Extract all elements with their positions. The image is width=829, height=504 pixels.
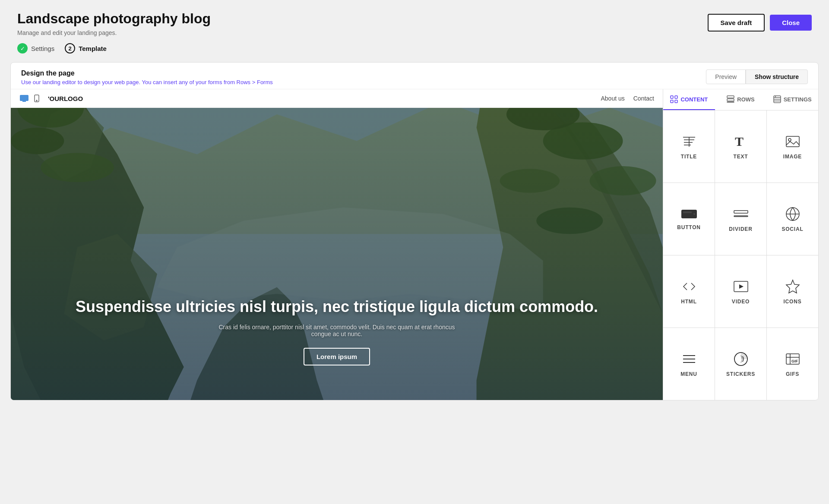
hero-heading: Suspendisse ultricies nisl turpis, nec t… <box>28 297 645 317</box>
svg-rect-26 <box>675 96 677 98</box>
title-item-label: TITLE <box>681 154 697 160</box>
panel-tab-content-label: CONTENT <box>680 96 708 103</box>
svg-rect-43 <box>786 136 799 147</box>
nav-link-about[interactable]: About us <box>601 95 624 102</box>
hero-subtext: Cras id felis ornare, porttitor nisl sit… <box>212 324 462 337</box>
html-icon <box>681 279 697 294</box>
rows-tab-icon <box>727 95 734 103</box>
svg-rect-27 <box>671 100 673 103</box>
page-navbar: 'OURLOGO About us Contact <box>11 89 663 108</box>
step-num-icon: 2 <box>65 43 75 54</box>
stickers-item-label: STICKERS <box>726 371 755 377</box>
gifs-item-label: GIFS <box>786 371 799 377</box>
social-icon <box>785 206 801 222</box>
logo-text: 'OURLOGO <box>48 95 83 102</box>
content-item-image[interactable]: IMAGE <box>767 110 818 183</box>
svg-rect-48 <box>734 211 748 213</box>
panel-tabs: CONTENT ROWS <box>663 89 818 110</box>
video-icon <box>733 279 749 294</box>
content-item-video[interactable]: VIDEO <box>715 255 766 328</box>
stickers-icon <box>733 351 749 367</box>
hero-content: Suspendisse ultricies nisl turpis, nec t… <box>11 297 663 366</box>
html-item-label: HTML <box>681 299 697 305</box>
svg-rect-0 <box>20 95 28 101</box>
button-item-label: BUTTON <box>677 224 701 230</box>
save-draft-button[interactable]: Save draft <box>708 14 765 32</box>
tab-preview[interactable]: Preview <box>706 69 746 84</box>
svg-point-47 <box>693 213 695 215</box>
menu-item-label: MENU <box>680 371 697 377</box>
monitor-icon <box>19 94 29 102</box>
right-panel: CONTENT ROWS <box>663 89 818 400</box>
content-item-text[interactable]: T TEXT <box>715 110 766 183</box>
hero-cta-button[interactable]: Lorem ipsum <box>304 348 370 365</box>
content-item-gifs[interactable]: GIF GIFS <box>767 328 818 400</box>
content-item-title[interactable]: TITLE <box>663 110 715 183</box>
editor-title: Design the page <box>21 69 273 77</box>
svg-rect-29 <box>727 96 734 98</box>
svg-marker-54 <box>786 280 799 293</box>
panel-tab-content[interactable]: CONTENT <box>663 89 715 110</box>
editor-header-left: Design the page Use our landing editor t… <box>21 69 273 85</box>
header-actions: Save draft Close <box>708 14 812 32</box>
text-item-label: TEXT <box>734 154 748 160</box>
editor-tabs: Preview Show structure <box>706 69 808 84</box>
svg-point-44 <box>788 139 791 141</box>
title-icon <box>681 134 697 149</box>
navbar-left: 'OURLOGO <box>19 94 83 102</box>
content-item-divider[interactable]: DIVIDER <box>715 183 766 255</box>
svg-rect-49 <box>734 216 748 217</box>
settings-tab-icon <box>773 95 781 103</box>
content-item-menu[interactable]: MENU <box>663 328 715 400</box>
svg-rect-31 <box>727 102 734 102</box>
content-item-button[interactable]: BUTTON <box>663 183 715 255</box>
svg-text:T: T <box>735 134 744 148</box>
step-check-icon: ✓ <box>17 43 28 54</box>
svg-marker-53 <box>739 284 744 289</box>
page-title: Landscape photography blog <box>17 10 211 27</box>
content-item-html[interactable]: HTML <box>663 255 715 328</box>
svg-rect-30 <box>727 99 734 101</box>
divider-item-label: DIVIDER <box>729 226 752 232</box>
content-items-grid: TITLE T TEXT <box>663 110 818 400</box>
step-template[interactable]: 2 Template <box>65 43 107 54</box>
hero-section: Suspendisse ultricies nisl turpis, nec t… <box>11 108 663 400</box>
mobile-icon <box>34 94 39 102</box>
steps: ✓ Settings 2 Template <box>0 43 829 62</box>
image-item-label: IMAGE <box>783 154 802 160</box>
image-icon <box>785 134 801 149</box>
svg-text:GIF: GIF <box>791 359 798 363</box>
step-settings[interactable]: ✓ Settings <box>17 43 54 54</box>
editor-header: Design the page Use our landing editor t… <box>11 63 818 89</box>
step-settings-label: Settings <box>31 45 54 52</box>
content-item-icons[interactable]: ICONS <box>767 255 818 328</box>
page-subtitle: Manage and edit your landing pages. <box>17 29 211 36</box>
step-template-label: Template <box>79 45 107 52</box>
canvas-area: 'OURLOGO About us Contact <box>11 89 663 400</box>
header: Landscape photography blog Manage and ed… <box>0 0 829 43</box>
content-tab-icon <box>670 95 678 103</box>
content-item-social[interactable]: SOCIAL <box>767 183 818 255</box>
gifs-icon: GIF <box>785 351 801 367</box>
social-item-label: SOCIAL <box>782 226 803 232</box>
navbar-right: About us Contact <box>601 95 654 102</box>
panel-tab-rows[interactable]: ROWS <box>715 89 767 110</box>
editor-container: Design the page Use our landing editor t… <box>10 62 819 400</box>
panel-tab-settings[interactable]: SETTINGS <box>766 89 818 110</box>
svg-point-3 <box>36 100 37 101</box>
panel-tab-rows-label: ROWS <box>737 96 754 103</box>
editor-subtitle: Use our landing editor to design your we… <box>21 79 273 85</box>
editor-body: 'OURLOGO About us Contact <box>11 89 818 400</box>
menu-icon <box>681 351 697 367</box>
content-item-stickers[interactable]: STICKERS <box>715 328 766 400</box>
text-icon: T <box>733 134 749 149</box>
header-left: Landscape photography blog Manage and ed… <box>17 10 211 36</box>
divider-icon <box>733 206 749 222</box>
svg-rect-1 <box>22 101 26 102</box>
icons-item-label: ICONS <box>783 299 801 305</box>
tab-show-structure[interactable]: Show structure <box>746 69 808 84</box>
close-button[interactable]: Close <box>770 15 812 31</box>
svg-rect-28 <box>675 100 677 103</box>
nav-link-contact[interactable]: Contact <box>633 95 654 102</box>
icons-icon <box>785 279 801 294</box>
